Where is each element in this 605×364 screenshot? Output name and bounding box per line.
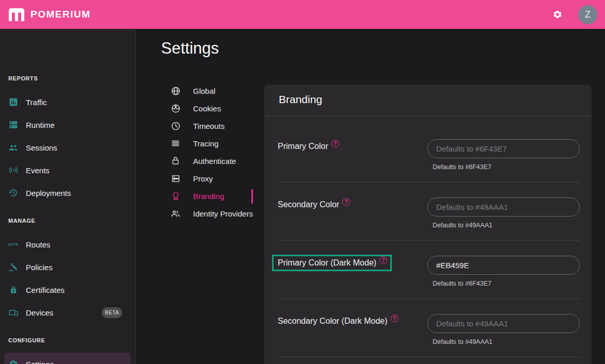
devices-icon: [8, 307, 19, 318]
runtime-server-icon: [8, 120, 19, 130]
field-divider: [278, 299, 580, 299]
subnav-item-label: Tracing: [193, 139, 218, 148]
subnav-item-proxy[interactable]: Proxy: [170, 170, 253, 187]
help-icon[interactable]: ?: [331, 140, 339, 147]
subnav-item-label: Global: [193, 87, 215, 95]
sidebar-item-traffic[interactable]: Traffic: [0, 91, 136, 113]
primary-color-dark-mode-input[interactable]: [427, 256, 580, 275]
sidebar-item-runtime[interactable]: Runtime: [0, 113, 136, 136]
sidebar-item-label: Sessions: [26, 143, 57, 152]
beta-badge: BETA: [102, 307, 122, 318]
branding-card: Branding Primary Color ? Defaults to #6F…: [264, 85, 592, 364]
field-divider: [278, 182, 580, 183]
people-outline-icon: [170, 208, 181, 219]
sidebar-item-label: Certificates: [26, 286, 65, 294]
sidebar-item-routes[interactable]: HTTP Routes: [0, 233, 136, 256]
traffic-chart-icon: [8, 97, 19, 107]
primary-color-input[interactable]: [427, 139, 580, 158]
field-label-box: Primary Color (Dark Mode) ?: [272, 255, 392, 271]
help-icon[interactable]: ?: [379, 256, 387, 264]
server-outline-icon: [170, 173, 181, 184]
subnav-item-tracing[interactable]: Tracing: [170, 135, 253, 152]
field-helper-text: Defaults to #6F43E7: [433, 280, 491, 287]
field-secondary-color-dark-mode: Secondary Color (Dark Mode) ?: [278, 317, 402, 328]
header-settings-gear-icon[interactable]: [551, 8, 564, 21]
clock-icon: [170, 121, 181, 131]
field-helper-text: Defaults to #49AAA1: [433, 338, 492, 345]
sidebar-item-label: Events: [26, 166, 50, 175]
help-icon[interactable]: ?: [391, 315, 399, 322]
subnav-item-branding[interactable]: Branding: [170, 187, 253, 205]
field-label-text: Secondary Color: [278, 200, 339, 209]
field-primary-color: Primary Color ?: [278, 142, 342, 153]
sidebar-item-label: Settings: [26, 360, 54, 364]
sessions-people-icon: [8, 142, 19, 153]
field-divider: [278, 240, 580, 241]
field-label-text: Primary Color (Dark Mode): [278, 258, 376, 268]
secondary-color-input[interactable]: [427, 197, 580, 217]
subnav-item-identity-providers[interactable]: Identity Providers: [170, 205, 253, 222]
field-helper-text: Defaults to #49AAA1: [433, 222, 492, 229]
sidebar-item-devices[interactable]: Devices BETA: [0, 301, 136, 324]
sidebar-item-settings[interactable]: Settings: [4, 353, 131, 364]
sidebar-item-deployments[interactable]: Deployments: [0, 181, 136, 204]
pomerium-arch-icon: [8, 7, 25, 23]
sidebar-item-label: Routes: [26, 240, 51, 249]
subnav-item-cookies[interactable]: Cookies: [170, 100, 253, 117]
avatar-initial: Z: [585, 9, 591, 20]
subnav-item-label: Authenticate: [193, 157, 236, 166]
section-label-configure: CONFIGURE: [8, 337, 45, 343]
sidebar-item-events[interactable]: Events: [0, 159, 136, 181]
field-label-text: Primary Color: [278, 142, 328, 151]
sidebar: REPORTS Traffic Runtime Sessions Events: [0, 29, 136, 364]
subnav-item-label: Timeouts: [193, 122, 225, 130]
subnav-item-authenticate[interactable]: Authenticate: [170, 152, 253, 170]
sidebar-item-label: Traffic: [26, 98, 47, 107]
card-header-divider: [264, 115, 592, 116]
field-helper-text: Defaults to #6F43E7: [433, 163, 491, 171]
brand-name: POMERIUM: [30, 9, 91, 20]
app-header: POMERIUM Z: [0, 0, 605, 29]
cookie-icon: [170, 103, 181, 113]
pomerium-admin-app: POMERIUM Z REPORTS Traffic Run: [0, 0, 605, 364]
subnav-item-label: Identity Providers: [193, 209, 253, 218]
deployments-history-icon: [8, 188, 19, 198]
globe-icon: [170, 86, 181, 96]
sidebar-item-label: Runtime: [26, 121, 55, 129]
lock-outline-icon: [170, 156, 181, 166]
sidebar-item-label: Deployments: [26, 189, 71, 197]
gavel-icon: [8, 262, 19, 272]
settings-subnav: Global Cookies Timeouts Tracing Authenti: [170, 82, 253, 222]
lines-icon: [170, 138, 181, 148]
sidebar-item-sessions[interactable]: Sessions: [0, 136, 136, 159]
subnav-item-label: Branding: [193, 192, 224, 201]
field-label-box: Primary Color ?: [274, 140, 342, 153]
lock-icon: [8, 285, 19, 295]
section-label-reports: REPORTS: [8, 75, 38, 81]
sidebar-item-label: Devices: [26, 308, 53, 317]
http-icon: HTTP: [8, 239, 19, 250]
field-label-box: Secondary Color (Dark Mode) ?: [274, 315, 402, 328]
page-title: Settings: [161, 39, 219, 58]
secondary-color-dark-mode-input[interactable]: [427, 314, 580, 333]
field-primary-color-dark-mode: Primary Color (Dark Mode) ?: [278, 258, 392, 271]
pomerium-logo[interactable]: POMERIUM: [8, 7, 91, 23]
field-secondary-color: Secondary Color ?: [278, 200, 353, 211]
help-icon[interactable]: ?: [342, 198, 350, 206]
sidebar-item-label: Policies: [26, 263, 53, 272]
card-title: Branding: [279, 93, 322, 106]
field-divider: [278, 357, 580, 357]
award-icon: [170, 191, 181, 201]
events-broadcast-icon: [8, 165, 19, 175]
subnav-item-timeouts[interactable]: Timeouts: [170, 117, 253, 135]
subnav-item-label: Proxy: [193, 174, 213, 183]
user-avatar[interactable]: Z: [578, 5, 597, 24]
section-label-manage: MANAGE: [8, 218, 36, 224]
field-label-text: Secondary Color (Dark Mode): [278, 317, 388, 326]
subnav-active-indicator: [251, 189, 253, 204]
subnav-item-label: Cookies: [193, 104, 221, 113]
sidebar-item-policies[interactable]: Policies: [0, 256, 136, 278]
sidebar-item-certificates[interactable]: Certificates: [0, 278, 136, 301]
subnav-item-global[interactable]: Global: [170, 82, 253, 100]
gear-icon: [8, 359, 19, 364]
